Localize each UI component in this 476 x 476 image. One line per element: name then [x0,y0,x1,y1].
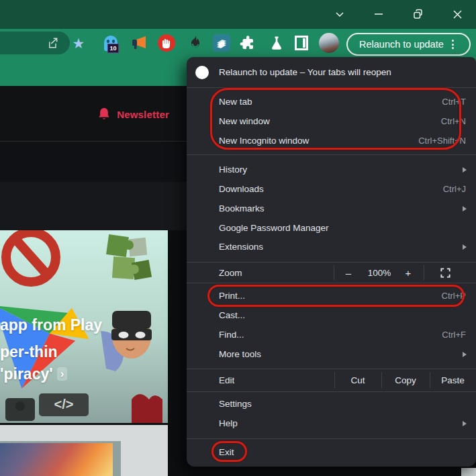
newsletter-link[interactable]: Newsletter [97,107,169,122]
bell-icon [97,107,111,122]
teal-pages-shape [213,34,230,52]
menu-item-cast[interactable]: Cast... [187,305,476,325]
zoom-value: 100% [359,268,399,278]
submenu-arrow-icon [463,244,467,250]
update-header-text: Relaunch to update – Your tabs will reop… [219,67,391,77]
close-icon[interactable] [444,3,470,26]
edit-cut-button[interactable]: Cut [334,369,381,391]
extension-stop-hand-icon[interactable] [156,33,177,53]
tv-screen [0,443,113,476]
restore-icon[interactable] [405,3,430,26]
menu-item-print[interactable]: Print...Ctrl+P [187,286,476,305]
menu-item-find[interactable]: Find...Ctrl+F [187,325,476,344]
zoom-in-button[interactable]: + [399,267,417,279]
menu-zoom-row: Zoom – 100% + [187,263,476,283]
read-more-chevron[interactable]: › [57,367,68,381]
menu-item-downloads[interactable]: DownloadsCtrl+J [187,179,476,199]
kebab-menu-icon[interactable] [452,40,454,49]
menu-update-header[interactable]: Relaunch to update – Your tabs will reop… [187,57,476,87]
bookmark-star-icon[interactable]: ★ [68,33,89,53]
browser-window: ★ 10 [0,0,476,476]
star-glyph: ★ [73,36,85,50]
extension-ghost-icon[interactable]: 10 [101,33,121,53]
menu-item-new-tab[interactable]: New tabCtrl+T [187,92,476,111]
menu-item-exit[interactable]: Exit [187,442,476,462]
extension-puzzle-icon[interactable] [238,33,258,53]
submenu-arrow-icon [463,167,467,173]
tv-frame [0,441,121,476]
edit-copy-button[interactable]: Copy [381,369,430,391]
extension-flame-icon[interactable] [183,33,203,53]
zoom-label: Zoom [219,268,242,278]
red-blob [132,394,162,423]
submenu-arrow-icon [463,421,467,426]
menu-item-more-tools[interactable]: More tools [187,344,476,364]
relaunch-label: Relaunch to update [359,39,444,50]
stop-hand-shape [158,34,175,52]
menu-item-bookmarks[interactable]: Bookmarks [187,199,476,218]
update-dot-icon [195,66,209,79]
zoom-out-button[interactable]: – [340,267,357,279]
edit-label: Edit [219,375,234,385]
extension-badge: 10 [107,44,119,53]
submenu-arrow-icon [463,352,467,357]
minimize-icon[interactable] [366,3,391,26]
chrome-menu: Relaunch to update – Your tabs will reop… [187,57,476,467]
menu-item-new-incognito-window[interactable]: New Incognito windowCtrl+Shift+N [187,131,476,150]
address-bar-end: ★ [0,32,70,54]
share-icon[interactable] [42,33,62,53]
extension-megaphone-icon[interactable] [129,33,149,53]
article-headline-line2: per-thin [0,343,58,361]
window-chevron-down-icon[interactable] [327,3,352,26]
side-panel-icon[interactable] [291,33,312,53]
relaunch-to-update-button[interactable]: Relaunch to update [346,33,471,56]
svg-text:</>: </> [54,397,74,412]
profile-avatar[interactable] [319,33,339,53]
submenu-arrow-icon [463,206,467,211]
newsletter-label: Newsletter [117,109,169,120]
article-thumbnail-play-store[interactable]: </> app from Play per-thin 'piracy'› [0,230,168,423]
menu-edit-row: Edit Cut Copy Paste [187,369,476,391]
menu-item-google-password-manager[interactable]: Google Password Manager [187,218,476,238]
article-thumbnail-corner [461,468,476,476]
article-headline-line3: 'piracy'› [0,365,67,383]
side-panel-shape [295,36,308,50]
fullscreen-icon[interactable] [440,267,451,281]
extension-flask-icon[interactable] [267,33,287,53]
menu-item-extensions[interactable]: Extensions [187,237,476,256]
article-thumbnail-tv[interactable] [0,425,168,476]
menu-item-settings[interactable]: Settings [187,394,476,414]
article-headline-line1: app from Play [0,316,102,334]
avatar-photo [319,33,339,53]
extension-pages-icon[interactable] [211,33,232,53]
menu-item-new-window[interactable]: New windowCtrl+N [187,111,476,131]
edit-paste-button[interactable]: Paste [430,369,476,391]
menu-item-help[interactable]: Help [187,414,476,433]
titlebar [0,0,476,29]
menu-item-history[interactable]: History [187,160,476,179]
